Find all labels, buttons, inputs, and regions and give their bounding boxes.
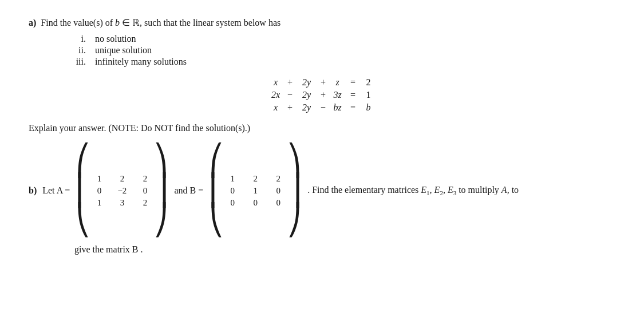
equation-row-3: x + 2y − bz = b <box>268 102 377 113</box>
list-item: i. no solution <box>63 34 615 44</box>
roman-list: i. no solution ii. unique solution iii. … <box>63 34 615 67</box>
matrix-a-cell: 2 <box>139 174 151 184</box>
eq3-bz: bz <box>330 102 346 113</box>
matrix-a-wrapper: ⎛⎜⎝ 1 2 2 0 −2 0 1 3 2 ⎞⎟⎠ <box>76 146 168 235</box>
and-text: and B = <box>174 184 203 197</box>
part-b-section: b) Let A = ⎛⎜⎝ 1 2 2 0 −2 0 1 3 2 ⎞⎟⎠ an… <box>29 146 615 255</box>
matrix-b-cell: 0 <box>226 186 239 196</box>
explain-note: Explain your answer. (NOTE: Do NOT find … <box>29 123 615 133</box>
matrix-a-cell: −2 <box>116 186 128 196</box>
matrix-a-bracket-left: ⎛⎜⎝ <box>76 146 90 235</box>
equation-system: x + 2y + z = 2 2x − 2y + 3z = 1 x + 2y −… <box>29 77 615 113</box>
eq3-rhs: b <box>361 102 377 113</box>
item-i-text: no solution <box>95 34 136 44</box>
part-b-intro: Let A = <box>42 184 70 197</box>
eq1-z: z <box>330 77 346 88</box>
eq1-op1: + <box>284 77 297 88</box>
matrix-b-bracket-right: ⎞⎟⎠ <box>287 146 302 235</box>
find-text: . Find the elementary matrices E1, E2, E… <box>307 183 519 198</box>
list-item: ii. unique solution <box>63 45 615 56</box>
item-iii-text: infinitely many solutions <box>95 57 187 67</box>
eq2-2y: 2y <box>297 90 317 100</box>
eq1-2y: 2y <box>297 77 317 88</box>
matrix-b-cell: 1 <box>226 174 239 184</box>
matrix-b-bracket-left: ⎛⎜⎝ <box>209 146 224 235</box>
eq1-eq: = <box>346 77 361 88</box>
matrix-b-wrapper: ⎛⎜⎝ 1 2 2 0 1 0 0 0 0 ⎞⎟⎠ <box>209 146 302 235</box>
eq2-eq: = <box>346 90 361 100</box>
eq2-2x: 2x <box>268 90 284 100</box>
eq3-x: x <box>268 102 284 113</box>
matrix-b-cell: 1 <box>249 186 262 196</box>
matrix-b-cell: 2 <box>272 174 285 184</box>
matrix-a-cell: 2 <box>139 198 151 208</box>
part-a-label: a) <box>29 18 36 28</box>
roman-numeral-ii: ii. <box>63 45 86 56</box>
eq2-3z: 3z <box>330 90 346 100</box>
eq1-x: x <box>268 77 284 88</box>
matrix-b-cell: 0 <box>272 198 285 208</box>
eq2-op2: + <box>317 90 330 100</box>
matrix-a-cell: 0 <box>139 186 151 196</box>
part-a-header: a) Find the value(s) of b ∈ ℝ, such that… <box>29 17 615 28</box>
part-b-row: b) Let A = ⎛⎜⎝ 1 2 2 0 −2 0 1 3 2 ⎞⎟⎠ an… <box>29 146 615 235</box>
matrix-a-cell: 3 <box>116 198 128 208</box>
part-a-header-text: Find the value(s) of b ∈ ℝ, such that th… <box>41 17 280 28</box>
matrix-a-cell: 1 <box>93 198 105 208</box>
part-a-section: a) Find the value(s) of b ∈ ℝ, such that… <box>29 17 615 133</box>
eq3-2y: 2y <box>297 102 317 113</box>
list-item: iii. infinitely many solutions <box>63 57 615 67</box>
give-text: give the matrix B . <box>74 244 143 254</box>
roman-numeral-iii: iii. <box>63 57 86 67</box>
equation-row-1: x + 2y + z = 2 <box>268 77 377 88</box>
matrix-a-cell: 0 <box>93 186 105 196</box>
matrix-a-cell: 2 <box>116 174 128 184</box>
eq2-rhs: 1 <box>361 90 377 100</box>
matrix-a-cell: 1 <box>93 174 105 184</box>
matrix-b-cell: 0 <box>249 198 262 208</box>
matrix-b-cell: 0 <box>272 186 285 196</box>
roman-numeral-i: i. <box>63 34 86 44</box>
matrix-a-grid: 1 2 2 0 −2 0 1 3 2 <box>93 174 151 208</box>
part-b-label: b) <box>29 185 37 196</box>
eq3-op2: − <box>317 102 330 113</box>
eq1-op2: + <box>317 77 330 88</box>
eq1-rhs: 2 <box>361 77 377 88</box>
equation-row-2: 2x − 2y + 3z = 1 <box>268 90 377 100</box>
matrix-b-cell: 0 <box>226 198 239 208</box>
matrix-a-bracket-right: ⎞⎟⎠ <box>153 146 168 235</box>
eq3-eq: = <box>346 102 361 113</box>
eq2-op1: − <box>284 90 297 100</box>
give-matrix-text: give the matrix B . <box>74 244 615 255</box>
eq3-op1: + <box>284 102 297 113</box>
matrix-b-grid: 1 2 2 0 1 0 0 0 0 <box>226 174 285 208</box>
matrix-b-cell: 2 <box>249 174 262 184</box>
item-ii-text: unique solution <box>95 45 152 56</box>
